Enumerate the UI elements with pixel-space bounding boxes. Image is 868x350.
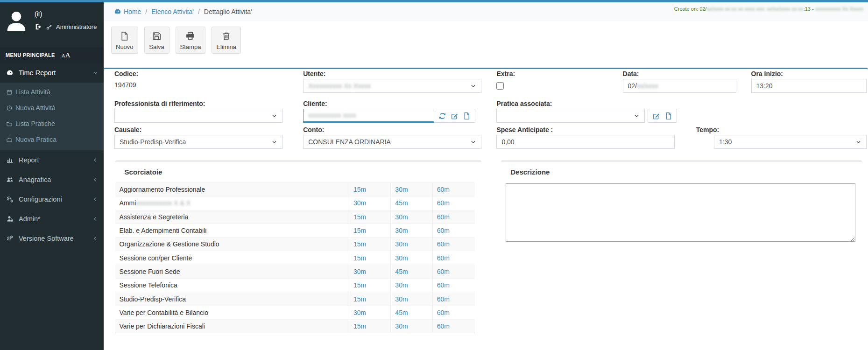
stampa-button[interactable]: Stampa [176, 27, 206, 54]
time-link[interactable]: 60m [437, 322, 450, 330]
time-link[interactable]: 15m [353, 322, 366, 330]
sidebar-item-label: Anagrafica [19, 176, 51, 183]
scorciatoie-title: Scorciatoie [115, 161, 481, 182]
time-link[interactable]: 60m [437, 199, 450, 207]
causale-select[interactable]: Studio-Predisp-Verifica [114, 135, 282, 149]
time-link[interactable]: 60m [437, 254, 450, 262]
extra-checkbox[interactable] [496, 82, 504, 90]
font-size-toggle[interactable]: AA [62, 51, 71, 59]
sidebar-menu: Time Report Lista Attività Nuova [0, 63, 104, 248]
pratica-select[interactable] [496, 109, 644, 123]
angle-left-icon [92, 177, 98, 182]
tempo-select[interactable]: 1:30 [714, 135, 867, 149]
time-link[interactable]: 15m [353, 295, 366, 303]
time-link[interactable]: 60m [437, 186, 450, 193]
time-link[interactable]: 60m [437, 281, 450, 289]
cliente-field: Cliente: xxxxxxxxxx xxxx [303, 100, 475, 123]
ora-inizio-label: Ora Inizio: [751, 70, 867, 78]
shortcut-time-cell: 30m [390, 279, 432, 292]
time-link[interactable]: 30m [395, 186, 408, 193]
refresh-icon[interactable] [438, 112, 446, 120]
file-icon[interactable] [664, 112, 672, 120]
clock-icon [6, 105, 13, 111]
utente-select[interactable]: Xxxxxxxxxx Xx Xxxxx [303, 79, 481, 93]
time-report-submenu: Lista Attività Nuova Attività Lista Prat… [0, 83, 104, 150]
professionista-select[interactable] [114, 109, 282, 123]
sidebar-item-label: Nuova Pratica [15, 136, 56, 143]
breadcrumb-elenco-link[interactable]: Elenco Attivita' [151, 8, 194, 15]
ora-inizio-input[interactable] [751, 79, 867, 93]
time-link[interactable]: 45m [395, 199, 408, 207]
time-link[interactable]: 15m [353, 213, 366, 221]
causale-label: Causale: [114, 126, 282, 134]
sidebar-item-versione-software[interactable]: Versione Software [0, 229, 104, 248]
sidebar-item-configurazioni[interactable]: Configurazioni [0, 189, 104, 209]
sidebar-item-lista-attivita[interactable]: Lista Attività [0, 84, 104, 100]
shortcut-time-cell: 15m [349, 292, 390, 305]
time-link[interactable]: 60m [437, 309, 450, 316]
sidebar-item-anagrafica[interactable]: Anagrafica [0, 170, 104, 189]
edit-icon[interactable] [652, 112, 660, 120]
file-icon[interactable] [463, 112, 471, 120]
pratica-label: Pratica associata: [496, 100, 677, 108]
time-link[interactable]: 30m [395, 227, 408, 234]
time-link[interactable]: 60m [437, 240, 450, 248]
nuovo-button[interactable]: Nuovo [111, 27, 138, 54]
time-link[interactable]: 30m [353, 309, 366, 316]
sidebar-item-nuova-pratica[interactable]: Nuova Pratica [0, 132, 104, 147]
chevron-down-icon [855, 139, 861, 145]
time-link[interactable]: 60m [437, 268, 450, 275]
shortcut-time-cell: 15m [349, 210, 390, 224]
sidebar-item-admin[interactable]: Admin* [0, 209, 104, 229]
time-link[interactable]: 30m [395, 213, 408, 221]
codice-field: Codice: 194709 [114, 70, 267, 89]
time-link[interactable]: 15m [353, 281, 366, 289]
time-link[interactable]: 45m [395, 268, 408, 275]
content-header: Home / Elenco Attivita' / Dettaglio Atti… [104, 2, 868, 21]
time-link[interactable]: 30m [395, 281, 408, 289]
time-link[interactable]: 15m [353, 227, 366, 234]
time-link[interactable]: 30m [395, 254, 408, 262]
conto-select[interactable]: CONSULENZA ORDINARIA [303, 135, 481, 149]
shortcut-time-cell: 60m [432, 320, 474, 333]
sidebar-item-report[interactable]: Report [0, 150, 104, 170]
spese-input[interactable] [496, 135, 674, 149]
time-link[interactable]: 30m [353, 268, 366, 275]
time-link[interactable]: 60m [437, 213, 450, 221]
cliente-label: Cliente: [303, 100, 475, 108]
elimina-button[interactable]: Elimina [212, 27, 241, 54]
descrizione-textarea[interactable] [506, 183, 855, 242]
shortcut-row: Assistenza e Segreteria15m30m60m [115, 210, 475, 224]
shortcut-row: Sessione con/per Cliente15m30m60m [115, 251, 475, 264]
shortcut-time-cell: 15m [349, 183, 390, 196]
time-link[interactable]: 30m [395, 240, 408, 248]
cliente-input[interactable]: xxxxxxxxxx xxxx [303, 109, 434, 123]
sidebar-item-time-report[interactable]: Time Report [0, 63, 104, 83]
salva-button[interactable]: Salva [144, 27, 169, 54]
breadcrumb-home-link[interactable]: Home [114, 8, 141, 15]
time-link[interactable]: 15m [353, 186, 366, 193]
time-link[interactable]: 45m [395, 309, 408, 316]
sidebar-item-nuova-attivita[interactable]: Nuova Attività [0, 100, 104, 116]
shortcut-label: Ammixxxxxxxxxxx X & X [115, 196, 349, 210]
time-link[interactable]: 60m [437, 295, 450, 303]
time-link[interactable]: 15m [353, 254, 366, 262]
shortcuts-table-body: Aggiornamento Professionale15m30m60mAmmi… [115, 182, 475, 333]
chevron-down-icon [470, 139, 476, 145]
main-content: Home / Elenco Attivita' / Dettaglio Atti… [104, 2, 868, 350]
shortcut-time-cell: 30m [390, 210, 432, 224]
shortcut-time-cell: 30m [349, 196, 390, 210]
time-link[interactable]: 30m [395, 322, 408, 330]
edit-icon[interactable] [451, 112, 459, 120]
angle-left-icon [92, 157, 98, 163]
time-link[interactable]: 60m [437, 227, 450, 234]
shortcut-label: Varie per Dichiarazioni Fiscali [115, 320, 349, 333]
key-icon [46, 24, 52, 30]
time-link[interactable]: 15m [353, 240, 366, 248]
time-link[interactable]: 30m [353, 199, 366, 207]
descrizione-panel: Descrizione [501, 161, 862, 242]
sidebar-item-lista-pratiche[interactable]: Lista Pratiche [0, 116, 104, 132]
time-link[interactable]: 30m [395, 295, 408, 303]
sign-out-icon[interactable] [35, 23, 42, 31]
data-input[interactable]: 02/xx/xxxx [623, 79, 737, 93]
